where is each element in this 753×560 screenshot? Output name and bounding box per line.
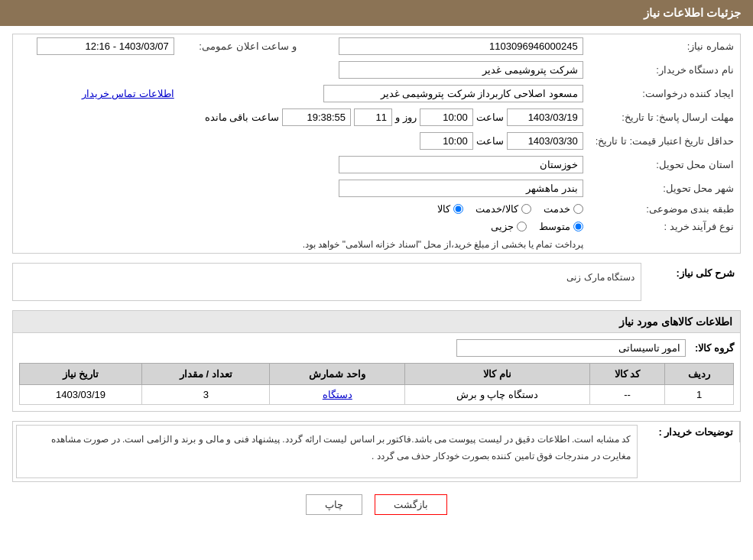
- nam-dastgah-value: شرکت پتروشیمی غدیر: [13, 58, 589, 82]
- mohlat-rooz: 11: [354, 108, 392, 126]
- table-row: 1--دستگاه چاپ و برشدستگاه31403/03/19: [20, 385, 734, 405]
- radio-kala-khedmat[interactable]: کالا/خدمت: [475, 203, 531, 215]
- col-nam: نام کالا: [405, 364, 589, 385]
- mohlat-saat-label: ساعت: [476, 112, 504, 123]
- ijad-label: ایجاد کننده درخواست:: [589, 82, 740, 105]
- desc-content: کد مشابه است. اطلاعات دقیق در لیست پیوست…: [13, 422, 641, 481]
- mohlat-remaining-label: ساعت باقی مانده: [205, 112, 279, 123]
- radio-motavaset-label: متوسط: [539, 221, 570, 232]
- vahed-link[interactable]: دستگاه: [323, 389, 352, 400]
- main-info-section: شماره نیاز: 1103096946000245 و ساعت اعلا…: [12, 34, 741, 254]
- kalaha-title: اطلاعات کالاهای مورد نیاز: [13, 311, 740, 333]
- radio-khedmat[interactable]: خدمت: [544, 203, 583, 215]
- row-nooe-farayand: نوع فرآیند خرید : متوسط جزیی: [13, 218, 740, 235]
- radio-kala-khedmat-label: کالا/خدمت: [475, 203, 518, 215]
- ettelaat-tamas-link[interactable]: اطلاعات تماس خریدار: [82, 88, 174, 99]
- radio-kala-input[interactable]: [453, 204, 463, 214]
- radio-jozii-label: جزیی: [491, 221, 514, 232]
- radio-motavaset-input[interactable]: [573, 222, 583, 231]
- info-table: شماره نیاز: 1103096946000245 و ساعت اعلا…: [13, 34, 740, 253]
- shahr-input: بندر ماهشهر: [339, 180, 583, 197]
- shahr-label: شهر محل تحویل:: [589, 176, 740, 200]
- radio-khedmat-label: خدمت: [544, 203, 570, 215]
- button-row: بازگشت چاپ: [12, 494, 741, 515]
- ijad-input: مسعود اصلاحی کاربرداز شرکت پتروشیمی غدیر: [323, 85, 583, 102]
- gorohe-kala-label: گروه کالا:: [695, 342, 734, 354]
- code-note: کد مشابه است. اطلاعات دقیق در لیست پیوست…: [16, 425, 638, 478]
- products-table-head: ردیف کد کالا نام کالا واحد شمارش تعداد /…: [20, 364, 734, 385]
- nam-dastgah-label: نام دستگاه خریدار:: [589, 58, 740, 82]
- radio-kala-khedmat-input[interactable]: [521, 204, 531, 214]
- radio-motavaset[interactable]: متوسط: [539, 221, 583, 232]
- haddaqal-saat: 10:00: [420, 132, 473, 150]
- table-cell-tedad: 3: [142, 385, 270, 405]
- tarikh-value: 1403/03/07 - 12:16: [13, 34, 180, 58]
- table-cell-tarikh: 1403/03/19: [20, 385, 142, 405]
- col-radif: ردیف: [665, 364, 734, 385]
- nooe-label: نوع فرآیند خرید :: [589, 218, 740, 235]
- shomara-value: 1103096946000245: [303, 34, 589, 58]
- mohlat-row: 1403/03/19 ساعت 10:00 روز و 11 19:38:55 …: [19, 108, 583, 126]
- row-shomara: شماره نیاز: 1103096946000245 و ساعت اعلا…: [13, 34, 740, 58]
- page-content: شماره نیاز: 1103096946000245 و ساعت اعلا…: [0, 26, 753, 535]
- mohlat-rooz-label: روز و: [395, 112, 417, 123]
- gorohe-kala-row: گروه کالا: امور تاسیساتی: [13, 333, 740, 363]
- products-table-body: 1--دستگاه چاپ و برشدستگاه31403/03/19: [20, 385, 734, 405]
- shomara-input: 1103096946000245: [339, 37, 583, 55]
- desc-label: توضیحات خریدار :: [641, 422, 740, 442]
- haddaqal-date: 1403/03/30: [507, 132, 583, 150]
- row-shahr: شهر محل تحویل: بندر ماهشهر: [13, 176, 740, 200]
- payment-note: پرداخت تمام یا بخشی از مبلغ خرید،از محل …: [303, 239, 583, 250]
- kalaha-section: اطلاعات کالاهای مورد نیاز گروه کالا: امو…: [12, 310, 741, 412]
- table-cell-kod_kala: --: [589, 385, 665, 405]
- radio-kala-label: کالا: [437, 203, 450, 215]
- mohlat-date: 1403/03/19: [507, 108, 583, 126]
- ostan-input: خوزستان: [339, 156, 583, 173]
- row-mohlat: مهلت ارسال پاسخ: تا تاریخ: 1403/03/19 سا…: [13, 105, 740, 129]
- tabaghebandi-radio-row: خدمت کالا/خدمت کالا: [19, 203, 583, 215]
- print-button[interactable]: چاپ: [306, 494, 362, 515]
- row-payment: پرداخت تمام یا بخشی از مبلغ خرید،از محل …: [13, 235, 740, 253]
- ostan-label: استان محل تحویل:: [589, 153, 740, 176]
- haddaqal-label: حداقل تاریخ اعتبار قیمت: تا تاریخ:: [589, 129, 740, 153]
- ijad-value: مسعود اصلاحی کاربرداز شرکت پتروشیمی غدیر: [180, 82, 589, 105]
- radio-jozii-input[interactable]: [517, 222, 527, 231]
- radio-jozii[interactable]: جزیی: [491, 221, 527, 232]
- page-title: جزئیات اطلاعات نیاز: [644, 6, 741, 19]
- tarikh-input: 1403/03/07 - 12:16: [37, 37, 174, 55]
- products-table: ردیف کد کالا نام کالا واحد شمارش تعداد /…: [19, 363, 734, 405]
- table-cell-radif: 1: [665, 385, 734, 405]
- row-ijad: ایجاد کننده درخواست: مسعود اصلاحی کاربرد…: [13, 82, 740, 105]
- col-tedad: تعداد / مقدار: [142, 364, 270, 385]
- sharh-label: شرح کلی نیاز:: [641, 263, 741, 283]
- back-button[interactable]: بازگشت: [375, 494, 447, 515]
- row-tabaghebandi: طبقه بندی موضوعی: خدمت کالا/خدمت: [13, 200, 740, 218]
- col-tarikh: تاریخ نیاز: [20, 364, 142, 385]
- row-nam-dastgah: نام دستگاه خریدار: شرکت پتروشیمی غدیر: [13, 58, 740, 82]
- haddaqal-saat-label: ساعت: [476, 135, 504, 147]
- mohlat-countdown: 19:38:55: [282, 108, 351, 126]
- radio-khedmat-input[interactable]: [573, 204, 583, 214]
- page-header: جزئیات اطلاعات نیاز: [0, 0, 753, 26]
- table-cell-nam_kala: دستگاه چاپ و برش: [405, 385, 589, 405]
- mohlat-saat: 10:00: [420, 108, 473, 126]
- radio-kala[interactable]: کالا: [437, 203, 463, 215]
- col-kod: کد کالا: [589, 364, 665, 385]
- row-haddaqal: حداقل تاریخ اعتبار قیمت: تا تاریخ: 1403/…: [13, 129, 740, 153]
- page-wrapper: جزئیات اطلاعات نیاز شماره نیاز: 11030969…: [0, 0, 753, 560]
- sharh-input-wrapper: دستگاه مارک زنی: [12, 263, 641, 301]
- tabaghebandi-label: طبقه بندی موضوعی:: [589, 200, 740, 218]
- products-header-row: ردیف کد کالا نام کالا واحد شمارش تعداد /…: [20, 364, 734, 385]
- desc-section: توضیحات خریدار : کد مشابه است. اطلاعات د…: [12, 421, 741, 482]
- mohlat-label: مهلت ارسال پاسخ: تا تاریخ:: [589, 105, 740, 129]
- farayand-radio-row: متوسط جزیی: [19, 221, 583, 232]
- haddaqal-row: 1403/03/30 ساعت 10:00: [19, 132, 583, 150]
- sharh-input[interactable]: دستگاه مارک زنی: [12, 263, 641, 301]
- col-vahed: واحد شمارش: [270, 364, 405, 385]
- table-cell-vahed: دستگاه: [270, 385, 405, 405]
- sharh-section: شرح کلی نیاز: دستگاه مارک زنی: [12, 263, 741, 301]
- row-ostan: استان محل تحویل: خوزستان: [13, 153, 740, 176]
- nam-dastgah-input: شرکت پتروشیمی غدیر: [339, 61, 583, 79]
- tarikh-label: و ساعت اعلان عمومی:: [180, 34, 303, 58]
- gorohe-kala-input: امور تاسیساتی: [456, 339, 686, 357]
